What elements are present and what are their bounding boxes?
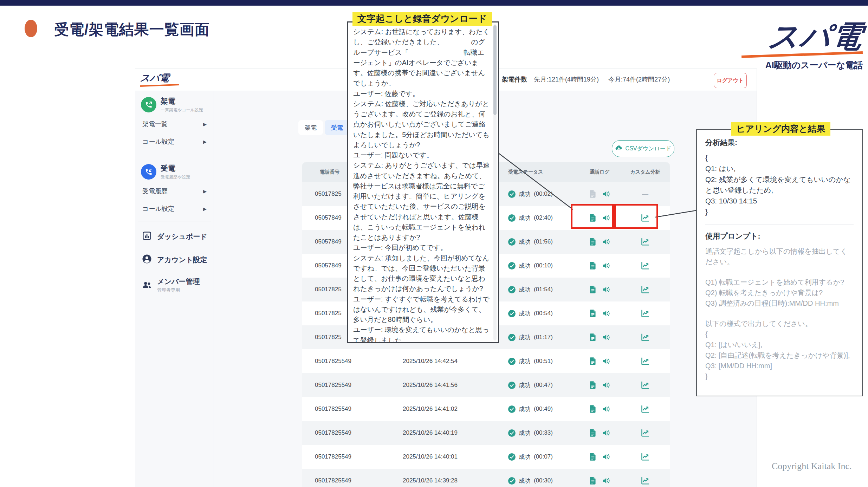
audio-play-icon[interactable]	[602, 285, 611, 294]
custom-analysis-icon[interactable]	[640, 476, 650, 486]
status-duration: (00:07)	[534, 453, 553, 460]
outgoing-call-icon	[141, 97, 156, 112]
audio-play-icon[interactable]	[602, 261, 611, 270]
call-log-cell	[578, 452, 621, 461]
transcript-doc-icon[interactable]	[588, 452, 597, 461]
call-log-cell	[578, 428, 621, 437]
sidebar-item-dashboard[interactable]: ダッシュボード	[135, 225, 214, 248]
sidebar-group-outgoing[interactable]: 架電 一斉架電やコール設定	[135, 91, 214, 115]
audio-play-icon[interactable]	[602, 428, 611, 437]
header-call-log: 通話ログ	[578, 169, 621, 175]
status-cell: 成功 (00:49)	[508, 405, 578, 413]
sidebar-item-account-settings[interactable]: アカウント設定	[135, 248, 214, 271]
call-log-cell	[578, 237, 621, 246]
transcript-doc-icon[interactable]	[588, 333, 597, 342]
tab-outgoing[interactable]: 架電	[298, 120, 323, 135]
transcript-line: ユーザー: 今回が初めてです。	[353, 242, 491, 253]
phone-cell: 05017825549	[315, 429, 403, 436]
status-text: 成功	[519, 310, 531, 318]
sidebar-group-incoming[interactable]: 受電 受電履歴や設定	[135, 158, 214, 182]
sidebar-group-title: 架電	[161, 96, 203, 106]
custom-analysis-icon[interactable]	[640, 332, 650, 342]
sidebar-group-subtitle: 一斉架電やコール設定	[161, 107, 203, 113]
app-logo-text: スパ電	[140, 72, 170, 84]
transcript-doc-icon[interactable]	[588, 357, 597, 366]
status-text: 成功	[519, 357, 531, 365]
success-check-icon	[508, 477, 516, 485]
sidebar-item-incoming-call-settings[interactable]: コール設定 ▶	[135, 200, 214, 217]
status-cell: 成功 (00:30)	[508, 477, 578, 485]
call-log-cell	[578, 285, 621, 294]
audio-play-icon[interactable]	[602, 381, 611, 390]
analysis-line: Q3: 10/30 14:15	[705, 196, 854, 207]
sidebar-item-label: コール設定	[142, 204, 174, 213]
sidebar-item-outgoing-call-settings[interactable]: コール設定 ▶	[135, 133, 214, 150]
audio-play-icon[interactable]	[602, 309, 611, 318]
tab-incoming[interactable]: 受電	[325, 120, 349, 135]
custom-analysis-icon[interactable]	[640, 237, 650, 247]
csv-download-button[interactable]: CSVダウンロード	[612, 140, 674, 157]
audio-play-icon[interactable]	[602, 333, 611, 342]
custom-analysis-icon[interactable]	[640, 285, 650, 294]
sidebar-item-member-management[interactable]: メンバー管理 管理者専用	[135, 271, 214, 299]
transcript-doc-icon[interactable]	[588, 237, 597, 246]
custom-analysis-icon[interactable]	[640, 356, 650, 366]
custom-analysis-icon[interactable]	[640, 404, 650, 414]
audio-play-icon[interactable]	[602, 357, 611, 366]
slide-top-bar	[0, 0, 868, 6]
transcript-line: ユーザー: 問題ないです。	[353, 150, 491, 160]
custom-analysis-icon[interactable]	[640, 261, 650, 271]
phone-cell: 05017825549	[315, 477, 403, 484]
audio-play-icon[interactable]	[602, 404, 611, 414]
app-logo[interactable]: スパ電	[140, 72, 179, 86]
phone-cell: 05017825549	[315, 453, 403, 460]
custom-analysis-icon[interactable]	[640, 452, 650, 462]
logout-button[interactable]: ログアウト	[714, 73, 747, 88]
custom-analysis-icon[interactable]	[640, 380, 650, 390]
custom-analysis-cell: —	[621, 285, 670, 294]
transcript-doc-icon[interactable]	[588, 261, 597, 270]
success-check-icon	[508, 286, 516, 293]
sidebar-item-label: アカウント設定	[157, 255, 207, 265]
call-log-cell	[578, 381, 621, 390]
sidebar-item-label: ダッシュボード	[157, 232, 207, 241]
sidebar-item-incoming-history[interactable]: 受電履歴 ▶	[135, 182, 214, 200]
custom-analysis-cell: —	[621, 332, 670, 342]
sidebar-item-label: 受電履歴	[142, 187, 168, 195]
chevron-right-icon: ▶	[203, 122, 207, 127]
audio-play-icon[interactable]	[602, 452, 611, 461]
analysis-result-label: 分析結果:	[705, 138, 854, 148]
call-count-stats: 架電件数 先月:121件(4時間19分) 今月:74件(2時間27分)	[502, 75, 678, 84]
sidebar: 架電 一斉架電やコール設定 架電一覧 ▶ コール設定 ▶ 受電 受電履歴や設定	[135, 91, 214, 487]
analysis-line: }	[705, 207, 854, 217]
prompt-line: {	[705, 329, 854, 339]
audio-play-icon[interactable]	[602, 189, 611, 199]
status-text: 成功	[519, 477, 531, 485]
transcript-doc-icon[interactable]	[588, 381, 597, 390]
custom-analysis-icon[interactable]	[640, 428, 650, 438]
scrollbar-thumb[interactable]	[493, 25, 497, 115]
incoming-call-icon	[141, 164, 156, 180]
success-check-icon	[508, 429, 516, 437]
transcript-doc-icon[interactable]	[588, 309, 597, 318]
csv-download-label: CSVダウンロード	[626, 145, 672, 152]
custom-analysis-cell: —	[621, 428, 670, 438]
annotation-box-custom-analysis	[614, 204, 658, 229]
transcript-doc-icon[interactable]	[588, 428, 597, 437]
audio-play-icon[interactable]	[602, 476, 611, 485]
call-log-cell	[578, 189, 621, 199]
datetime-cell: 2025/10/26 14:40:01	[403, 453, 508, 460]
success-check-icon	[508, 214, 516, 222]
cloud-download-icon	[615, 144, 623, 153]
datetime-cell: 2025/10/26 14:41:56	[403, 382, 508, 389]
status-cell: 成功 (01:56)	[508, 238, 578, 246]
transcript-doc-icon[interactable]	[588, 404, 597, 414]
title-bullet	[25, 20, 37, 37]
call-direction-tabs: 架電 受電	[298, 120, 349, 135]
sidebar-item-outgoing-list[interactable]: 架電一覧 ▶	[135, 115, 214, 133]
audio-play-icon[interactable]	[602, 237, 611, 246]
transcript-doc-icon[interactable]	[588, 189, 597, 199]
transcript-doc-icon[interactable]	[588, 285, 597, 294]
custom-analysis-icon[interactable]	[640, 309, 650, 318]
transcript-doc-icon[interactable]	[588, 476, 597, 485]
